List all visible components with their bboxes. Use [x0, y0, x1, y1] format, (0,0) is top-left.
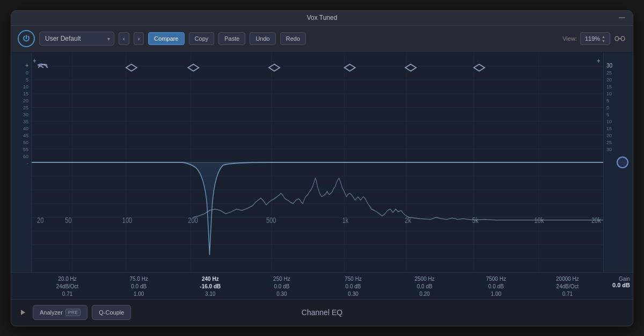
- bottom-bar: Analyzer PRE Q-Couple Channel EQ: [11, 299, 633, 326]
- band-7-params: 7500 Hz 0.0 dB 1.00: [460, 276, 532, 297]
- pre-badge: PRE: [65, 309, 81, 316]
- link-icon[interactable]: [613, 32, 626, 45]
- band-8-q: 0.71: [562, 291, 573, 297]
- scale-0: 0: [11, 70, 31, 77]
- svg-text:20: 20: [37, 216, 43, 225]
- analyzer-button[interactable]: Analyzer PRE: [33, 305, 87, 320]
- band-3-hz: 240 Hz: [202, 276, 219, 282]
- band-5-hz: 750 Hz: [345, 276, 362, 282]
- scale-45: 45: [11, 132, 31, 139]
- band-2-q: 1.00: [134, 291, 144, 297]
- gain-section: Gain 0.0 dB: [603, 276, 633, 297]
- scale-minus: -: [11, 160, 31, 167]
- scale-20: 20: [11, 98, 31, 104]
- eq-display[interactable]: 20 50 100 200 500 1k 2k 5k 10k 20k: [32, 53, 603, 272]
- compare-button[interactable]: Compare: [148, 32, 184, 45]
- band-1-hz: 20.0 Hz: [58, 276, 76, 282]
- scale-60: 60: [11, 153, 31, 160]
- scale-25: 25: [11, 104, 31, 111]
- band-7-db: 0.0 dB: [488, 283, 504, 289]
- view-value[interactable]: 119% ▲ ▼: [580, 32, 610, 45]
- plugin-window: Vox Tuned User Default ‹ › Compare Copy …: [11, 10, 633, 326]
- band-3-q: 3.10: [205, 291, 215, 297]
- undo-button[interactable]: Undo: [250, 32, 275, 45]
- band-1-q: 0.71: [62, 291, 72, 297]
- band-7-q: 1.00: [491, 291, 501, 297]
- svg-text:200: 200: [188, 216, 197, 225]
- scale-10: 10: [11, 84, 31, 91]
- band-6-q: 0.20: [419, 291, 429, 297]
- scale-40: 40: [11, 125, 31, 132]
- paste-button[interactable]: Paste: [218, 32, 245, 45]
- svg-text:+: +: [33, 57, 36, 65]
- band-1-params: 20.0 Hz 24dB/Oct 0.71: [32, 276, 103, 297]
- nav-next-button[interactable]: ›: [134, 32, 144, 45]
- band-4-hz: 250 Hz: [273, 276, 290, 282]
- title-bar: Vox Tuned: [11, 11, 633, 26]
- svg-text:50: 50: [65, 216, 71, 225]
- view-section: View: 119% ▲ ▼: [562, 32, 626, 45]
- band-5-params: 750 Hz 0.0 dB 0.30: [318, 276, 389, 297]
- band-4-params: 250 Hz 0.0 dB 0.30: [246, 276, 317, 297]
- play-button[interactable]: [18, 307, 28, 318]
- svg-text:500: 500: [266, 216, 276, 225]
- band-5-q: 0.30: [348, 291, 358, 297]
- svg-text:20k: 20k: [591, 216, 601, 225]
- svg-text:10k: 10k: [534, 216, 544, 225]
- view-label: View:: [562, 35, 577, 42]
- svg-text:+: +: [597, 57, 600, 65]
- band-8-db: 24dB/Oct: [557, 283, 579, 289]
- band-6-db: 0.0 dB: [417, 283, 433, 289]
- redo-button[interactable]: Redo: [280, 32, 306, 45]
- gain-label: Gain: [619, 276, 630, 282]
- scale-50: 50: [11, 139, 31, 146]
- band-6-params: 2500 Hz 0.0 dB 0.20: [389, 276, 460, 297]
- svg-text:5k: 5k: [472, 216, 479, 225]
- qcouple-button[interactable]: Q-Couple: [92, 305, 131, 320]
- scale-55: 55: [11, 146, 31, 153]
- preset-wrapper: User Default: [39, 32, 114, 46]
- power-button[interactable]: [18, 30, 35, 47]
- band-3-params: 240 Hz -16.0 dB 3.10: [174, 276, 246, 297]
- eq-main-area: + 0 5 10 15 20 25 30 35 40 45 50 55 60 -: [11, 53, 633, 272]
- play-triangle-icon: [21, 310, 25, 315]
- band-params-row: 20.0 Hz 24dB/Oct 0.71 75.0 Hz 0.0 dB 1.0…: [11, 272, 633, 299]
- scale-plus: +: [11, 62, 31, 70]
- window-title: Vox Tuned: [307, 14, 338, 21]
- band-8-params: 20000 Hz 24dB/Oct 0.71: [532, 276, 603, 297]
- band-7-hz: 7500 Hz: [486, 276, 506, 282]
- scale-35: 35: [11, 118, 31, 125]
- channel-eq-title: Channel EQ: [302, 308, 342, 317]
- band-4-q: 0.30: [276, 291, 287, 297]
- gain-knob[interactable]: [617, 156, 628, 168]
- toolbar: User Default ‹ › Compare Copy Paste Undo…: [11, 26, 633, 53]
- scale-30: 30: [11, 111, 31, 118]
- gain-knob-area: [617, 156, 628, 168]
- nav-prev-button[interactable]: ‹: [119, 32, 129, 45]
- right-scale-plus: 30: [604, 62, 633, 70]
- left-scale: + 0 5 10 15 20 25 30 35 40 45 50 55 60 -: [11, 53, 32, 272]
- minimize-button[interactable]: [619, 17, 625, 18]
- band-2-params: 75.0 Hz 0.0 dB 1.00: [103, 276, 174, 297]
- band-2-hz: 75.0 Hz: [129, 276, 148, 282]
- band-5-db: 0.0 dB: [346, 283, 361, 289]
- band-2-db: 0.0 dB: [131, 283, 147, 289]
- preset-dropdown[interactable]: User Default: [39, 32, 114, 46]
- band-1-db: 24dB/Oct: [56, 283, 79, 289]
- svg-text:1k: 1k: [342, 216, 349, 225]
- band-3-db: -16.0 dB: [200, 283, 221, 289]
- band-8-hz: 20000 Hz: [556, 276, 579, 282]
- band-4-db: 0.0 dB: [274, 283, 289, 289]
- band-6-hz: 2500 Hz: [415, 276, 435, 282]
- copy-button[interactable]: Copy: [189, 32, 215, 45]
- scale-15: 15: [11, 91, 31, 98]
- scale-5: 5: [11, 77, 31, 84]
- right-scale: 30 25 20 15 10 5 0 5 10 15 20 25 30: [603, 53, 633, 272]
- svg-text:100: 100: [122, 216, 132, 225]
- gain-display-value: 0.0 dB: [612, 282, 630, 288]
